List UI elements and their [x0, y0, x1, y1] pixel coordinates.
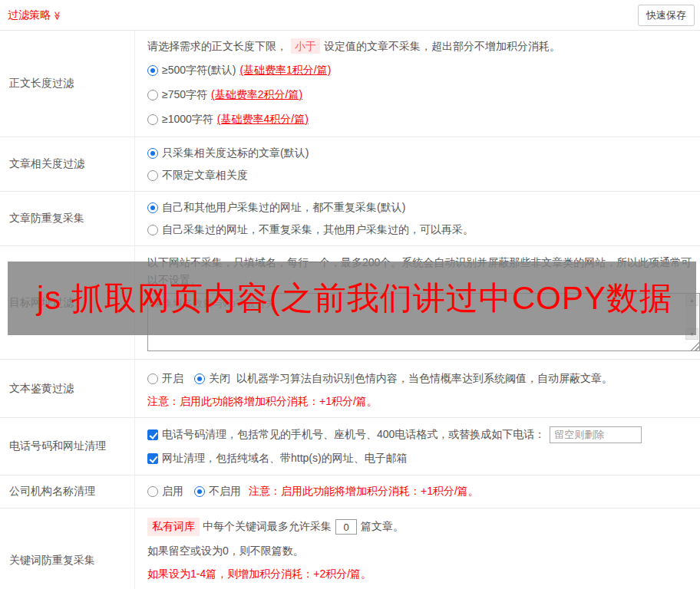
url-clean-line: 网址清理，包括纯域名、带http(s)的网址、电子邮箱 [147, 446, 694, 470]
row-label-dedupe: 文章防重复采集 [0, 192, 135, 245]
radio-option-on[interactable]: 开启 [147, 372, 183, 386]
row-content-relevance: 只采集相关度达标的文章(默认) 不限定文章相关度 [135, 137, 700, 191]
keyword-limit-text-end: 篇文章。 [361, 520, 404, 534]
row-body-length: 正文长度过滤 请选择需求的正文长度下限，小于设定值的文章不采集，超出部分不增加积… [0, 31, 700, 137]
radio-icon[interactable] [147, 486, 158, 497]
checkbox-icon[interactable] [147, 429, 158, 440]
row-label-porn-filter: 文本鉴黄过滤 [0, 360, 135, 417]
phone-clean-line: 电话号码清理，包括常见的手机号、座机号、400电话格式，或替换成如下电话： [147, 423, 694, 446]
radio-icon[interactable] [147, 148, 158, 159]
row-porn-filter: 文本鉴黄过滤 开启 关闭 以机器学习算法自动识别色情内容，当色情概率达到系统阈值… [0, 360, 700, 418]
row-label-company-clean: 公司机构名称清理 [0, 475, 135, 508]
checkbox-label: 网址清理，包括纯域名、带http(s)的网址、电子邮箱 [162, 452, 408, 466]
body-length-intro: 请选择需求的正文长度下限，小于设定值的文章不采集，超出部分不增加积分消耗。 [147, 35, 694, 57]
row-keyword-dedupe: 关键词防重复采集 私有词库 中每个关键词最多允许采集 篇文章。 如果留空或设为0… [0, 508, 700, 589]
radio-icon[interactable] [194, 373, 205, 384]
page-title: 过滤策略 [8, 8, 51, 21]
collapse-chevron-icon[interactable]: ≫ [52, 11, 62, 20]
company-clean-cost-note: 注意：启用此功能将增加积分消耗：+1积分/篇。 [249, 485, 479, 499]
keyword-rule-cost: 如果设为1-4篇，则增加积分消耗：+2积分/篇。 [147, 562, 694, 585]
radio-option-disable[interactable]: 不启用 [194, 485, 241, 499]
row-phone-clean: 电话号码和网址清理 电话号码清理，包括常见的手机号、座机号、400电话格式，或替… [0, 418, 700, 475]
checkbox-phone-clean[interactable]: 电话号码清理，包括常见的手机号、座机号、400电话格式，或替换成如下电话： [147, 428, 545, 442]
caption-text: js 抓取网页内容(之前我们讲过中COPY数据 [37, 277, 672, 320]
radio-label: 不限定文章相关度 [162, 169, 248, 183]
row-content-dedupe: 自己和其他用户采集过的网址，都不重复采集(默认) 自己采集过的网址，不重复采集，… [135, 192, 700, 245]
radio-label: 自己和其他用户采集过的网址，都不重复采集(默认) [162, 201, 405, 215]
radio-icon[interactable] [147, 90, 158, 100]
radio-icon[interactable] [147, 114, 158, 125]
keyword-limit-text: 中每个关键词最多允许采集 [203, 520, 332, 534]
radio-icon[interactable] [147, 65, 158, 76]
intro-post: 设定值的文章不采集，超出部分不增加积分消耗。 [324, 40, 560, 52]
radio-fee-note: (基础费率2积分/篇) [211, 88, 302, 102]
radio-label: ≥750字符 [162, 88, 207, 102]
row-content-keyword-dedupe: 私有词库 中每个关键词最多允许采集 篇文章。 如果留空或设为0，则不限篇数。 如… [135, 508, 700, 589]
radio-label: 不启用 [209, 485, 241, 499]
row-content-porn-filter: 开启 关闭 以机器学习算法自动识别色情内容，当色情概率达到系统阈值，自动屏蔽文章… [135, 360, 700, 417]
keyword-count-input[interactable] [335, 519, 357, 535]
resize-grip-icon[interactable] [689, 341, 699, 350]
radio-fee-note: (基础费率1积分/篇) [239, 64, 331, 77]
intro-highlight: 小于 [291, 38, 320, 54]
row-label-keyword-dedupe: 关键词防重复采集 [0, 508, 135, 589]
radio-label: ≥500字符(默认) [162, 64, 236, 77]
intro-pre: 请选择需求的正文长度下限， [147, 40, 287, 52]
replacement-phone-input[interactable] [550, 426, 642, 443]
row-content-company-clean: 启用 不启用 注意：启用此功能将增加积分消耗：+1积分/篇。 [135, 475, 700, 508]
checkbox-label: 电话号码清理，包括常见的手机号、座机号、400电话格式，或替换成如下电话： [162, 428, 545, 442]
porn-filter-cost-note: 注意：启用此功能将增加积分消耗：+1积分/篇。 [147, 390, 694, 413]
radio-icon[interactable] [147, 202, 158, 213]
radio-icon[interactable] [194, 486, 205, 497]
radio-option-global-dedupe[interactable]: 自己和其他用户采集过的网址，都不重复采集(默认) [147, 196, 694, 219]
private-lexicon-badge: 私有词库 [147, 518, 200, 536]
radio-icon[interactable] [147, 373, 158, 384]
radio-label: ≥1000字符 [162, 113, 213, 127]
radio-option-enable[interactable]: 启用 [147, 485, 183, 499]
radio-fee-note: (基础费率4积分/篇) [217, 113, 309, 127]
radio-label: 开启 [162, 372, 183, 386]
row-dedupe: 文章防重复采集 自己和其他用户采集过的网址，都不重复采集(默认) 自己采集过的网… [0, 192, 700, 246]
radio-option-relevant-only[interactable]: 只采集相关度达标的文章(默认) [147, 142, 694, 164]
row-company-clean: 公司机构名称清理 启用 不启用 注意：启用此功能将增加积分消耗：+1积分/篇。 [0, 475, 700, 508]
keyword-rule-free: 如果设为5篇或以上，也不会额外增加积分消耗。 注意事项≫ [147, 585, 694, 589]
topbar-title-group: 过滤策略≫ [8, 8, 62, 22]
radio-icon[interactable] [147, 225, 158, 235]
row-label-relevance: 文章相关度过滤 [0, 137, 135, 191]
checkbox-icon[interactable] [147, 453, 158, 464]
topbar: 过滤策略≫ 快速保存 [0, 0, 700, 31]
radio-label: 只采集相关度达标的文章(默认) [162, 146, 309, 160]
radio-label: 关闭 [209, 372, 230, 386]
radio-option-no-limit[interactable]: 不限定文章相关度 [147, 164, 694, 186]
radio-option-1000[interactable]: ≥1000字符 (基础费率4积分/篇) [147, 107, 694, 132]
row-relevance: 文章相关度过滤 只采集相关度达标的文章(默认) 不限定文章相关度 [0, 137, 700, 192]
porn-filter-desc: 以机器学习算法自动识别色情内容，当色情概率达到系统阈值，自动屏蔽文章。 [236, 372, 612, 386]
filter-strategy-page: 过滤策略≫ 快速保存 正文长度过滤 请选择需求的正文长度下限，小于设定值的文章不… [0, 0, 700, 589]
row-content-phone-clean: 电话号码清理，包括常见的手机号、座机号、400电话格式，或替换成如下电话： 网址… [135, 418, 700, 475]
row-label-body-length: 正文长度过滤 [0, 31, 135, 137]
caption-overlay: js 抓取网页内容(之前我们讲过中COPY数据 [8, 262, 696, 335]
company-clean-options: 启用 不启用 注意：启用此功能将增加积分消耗：+1积分/篇。 [147, 480, 694, 503]
radio-option-750[interactable]: ≥750字符 (基础费率2积分/篇) [147, 83, 694, 107]
row-content-body-length: 请选择需求的正文长度下限，小于设定值的文章不采集，超出部分不增加积分消耗。 ≥5… [135, 31, 700, 137]
porn-filter-options: 开启 关闭 以机器学习算法自动识别色情内容，当色情概率达到系统阈值，自动屏蔽文章… [147, 367, 694, 390]
radio-option-off[interactable]: 关闭 [194, 372, 230, 386]
radio-icon[interactable] [147, 170, 158, 181]
row-label-phone-clean: 电话号码和网址清理 [0, 418, 135, 475]
radio-option-500[interactable]: ≥500字符(默认) (基础费率1积分/篇) [147, 58, 694, 83]
radio-option-self-dedupe[interactable]: 自己采集过的网址，不重复采集，其他用户采集过的，可以再采。 [147, 219, 694, 241]
checkbox-url-clean[interactable]: 网址清理，包括纯域名、带http(s)的网址、电子邮箱 [147, 452, 408, 466]
keyword-rule-empty: 如果留空或设为0，则不限篇数。 [147, 539, 694, 562]
radio-label: 启用 [162, 485, 183, 499]
radio-label: 自己采集过的网址，不重复采集，其他用户采集过的，可以再采。 [162, 223, 474, 237]
keyword-limit-line: 私有词库 中每个关键词最多允许采集 篇文章。 [147, 515, 694, 539]
quick-save-button[interactable]: 快速保存 [638, 5, 695, 26]
